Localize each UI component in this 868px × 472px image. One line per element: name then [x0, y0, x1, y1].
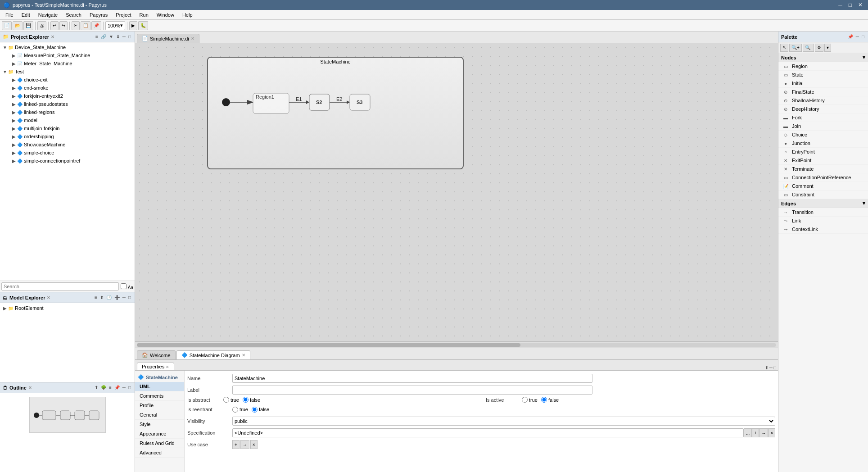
palette-nodes-section[interactable]: Nodes ▾	[778, 53, 868, 62]
tree-toggle-lr[interactable]: ▶	[11, 110, 17, 115]
spec-btn-dots[interactable]: ...	[744, 428, 752, 437]
props-tab-properties[interactable]: Properties ✕	[137, 363, 174, 370]
tree-item-multijoin[interactable]: ▶ 🔷 multijoin-forkjoin	[0, 124, 135, 132]
props-export-btn[interactable]: ⬆	[765, 365, 769, 370]
abstract-true-radio[interactable]	[223, 397, 229, 403]
palette-item-connectionpointref[interactable]: ▭ ConnectionPointReference	[778, 173, 868, 182]
props-left-tab-rulers[interactable]: Rulers And Grid	[135, 439, 184, 448]
palette-item-join[interactable]: ▬ Join	[778, 122, 868, 131]
props-left-tab-profile[interactable]: Profile	[135, 401, 184, 410]
menu-help[interactable]: Help	[179, 11, 196, 18]
tab-close-smd[interactable]: ✕	[242, 353, 245, 358]
tree-item-linked-regions[interactable]: ▶ 🔷 linked-regions	[0, 108, 135, 116]
label-input[interactable]	[232, 386, 592, 395]
me-min-btn[interactable]: ─	[122, 295, 127, 300]
close-button[interactable]: ✕	[856, 2, 864, 8]
menu-navigate[interactable]: Navigate	[35, 11, 61, 18]
me-add-btn[interactable]: ➕	[113, 295, 121, 300]
props-left-tab-style[interactable]: Style	[135, 420, 184, 429]
props-left-tab-general[interactable]: General	[135, 410, 184, 420]
tree-toggle-test[interactable]: ▼	[2, 69, 8, 74]
tree-toggle-mp[interactable]: ▶	[11, 53, 17, 58]
palette-zoom-out-btn[interactable]: 🔍-	[803, 44, 814, 52]
tree-item-simple-choice[interactable]: ▶ 🔷 simple-choice	[0, 149, 135, 157]
canvas-scrollbar[interactable]	[135, 341, 778, 348]
specification-input[interactable]	[232, 428, 744, 437]
ol-collapse-btn[interactable]: ⬆	[94, 385, 99, 390]
tab-welcome[interactable]: 🏠 Welcome	[137, 350, 176, 359]
palette-item-link[interactable]: ⤳ Link	[778, 217, 868, 225]
tree-toggle-fj[interactable]: ▶	[11, 94, 17, 99]
tree-toggle-device[interactable]: ▼	[2, 45, 8, 50]
palette-select-btn[interactable]: ↖	[780, 44, 788, 52]
spec-btn-add[interactable]: +	[752, 428, 759, 437]
palette-item-constraint[interactable]: ▭ Constraint	[778, 191, 868, 199]
palette-item-shallowhistory[interactable]: ⊙ ShallowHistory	[778, 96, 868, 105]
tree-item-test[interactable]: ▼ 📁 Test	[0, 68, 135, 76]
palette-item-junction[interactable]: ● Junction	[778, 139, 868, 148]
toolbar-undo[interactable]: ↩	[50, 21, 59, 30]
pe-link-btn[interactable]: 🔗	[100, 34, 107, 40]
pe-filter-btn[interactable]: ▼	[108, 34, 114, 40]
tree-item-model[interactable]: ▶ 🔷 model	[0, 116, 135, 124]
toolbar-open[interactable]: 📂	[13, 21, 23, 30]
tree-toggle-sc[interactable]: ▶	[11, 142, 17, 147]
tree-item-measurepoint[interactable]: ▶ 📄 MeasurePoint_State_Machine	[0, 51, 135, 59]
maximize-button[interactable]: □	[847, 2, 854, 8]
palette-pin-btn[interactable]: 📌	[847, 34, 854, 40]
spec-btn-nav[interactable]: →	[759, 428, 768, 437]
tree-toggle-model[interactable]: ▶	[11, 118, 17, 123]
zoom-dropdown-arrow[interactable]: ▾	[120, 23, 123, 28]
use-case-nav-btn[interactable]: →	[240, 440, 249, 449]
reentrant-false-radio[interactable]	[252, 407, 258, 413]
abstract-false-radio[interactable]	[243, 397, 249, 403]
tree-toggle-ce[interactable]: ▶	[11, 77, 17, 82]
tree-item-meter[interactable]: ▶ 📄 Meter_State_Machine	[0, 59, 135, 68]
ol-tree-btn[interactable]: 🌳	[100, 385, 107, 390]
toolbar-redo[interactable]: ↪	[59, 21, 68, 30]
palette-item-contextlink[interactable]: ⤳ ContextLink	[778, 225, 868, 234]
menu-project[interactable]: Project	[112, 11, 135, 18]
pe-max-btn[interactable]: □	[127, 34, 132, 40]
toolbar-new[interactable]: 📄	[2, 21, 12, 30]
toolbar-debug[interactable]: 🐛	[138, 21, 148, 30]
palette-item-region[interactable]: ▭ Region	[778, 62, 868, 71]
pe-collapse-btn[interactable]: ≡	[95, 34, 99, 40]
tree-item-linked-pseudo[interactable]: ▶ 🔷 linked-pseudostates	[0, 100, 135, 108]
palette-item-state[interactable]: ▭ State	[778, 71, 868, 79]
ol-list-btn[interactable]: ≡	[108, 385, 113, 390]
me-max-btn[interactable]: □	[127, 295, 132, 300]
palette-item-comment[interactable]: 📝 Comment	[778, 182, 868, 191]
palette-item-finalstate[interactable]: ⊙ FinalState	[778, 88, 868, 96]
props-min-btn[interactable]: ─	[769, 365, 773, 370]
palette-item-initial[interactable]: ● Initial	[778, 79, 868, 88]
palette-min-btn[interactable]: ─	[855, 34, 860, 40]
abstract-false-label[interactable]: false	[243, 397, 260, 403]
toolbar-cut[interactable]: ✂	[72, 21, 80, 30]
menu-run[interactable]: Run	[136, 11, 152, 18]
search-aa-checkbox[interactable]	[121, 283, 127, 289]
use-case-del-btn[interactable]: ×	[250, 440, 258, 449]
props-tab-close[interactable]: ✕	[166, 365, 169, 369]
statemachine-container[interactable]: StateMachine Region1 E1	[207, 57, 464, 169]
reentrant-false-label[interactable]: false	[252, 407, 269, 413]
palette-item-terminate[interactable]: ✕ Terminate	[778, 165, 868, 173]
props-left-tab-uml[interactable]: UML	[135, 382, 184, 391]
menu-window[interactable]: Window	[153, 11, 178, 18]
tree-item-device[interactable]: ▼ 📁 Device_State_Machine	[0, 43, 135, 51]
tree-item-root[interactable]: ▶ 📁 RootElement	[0, 304, 135, 312]
props-left-tab-appearance[interactable]: Appearance	[135, 429, 184, 439]
scrollbar-track[interactable]	[137, 343, 776, 347]
reentrant-true-radio[interactable]	[232, 407, 238, 413]
active-true-label[interactable]: true	[522, 397, 538, 403]
props-left-tab-comments[interactable]: Comments	[135, 391, 184, 401]
tree-toggle-scn[interactable]: ▶	[11, 159, 17, 163]
palette-item-transition[interactable]: → Transition	[778, 208, 868, 217]
palette-edges-section[interactable]: Edges ▾	[778, 199, 868, 208]
tree-item-showcase[interactable]: ▶ 🔷 ShowcaseMachine	[0, 141, 135, 149]
menu-edit[interactable]: Edit	[18, 11, 34, 18]
me-expand-btn[interactable]: ≡	[94, 295, 98, 300]
tree-toggle-es[interactable]: ▶	[11, 86, 17, 91]
ol-min-btn[interactable]: ─	[122, 385, 127, 390]
tree-item-ordershipping[interactable]: ▶ 🔷 ordershipping	[0, 132, 135, 141]
